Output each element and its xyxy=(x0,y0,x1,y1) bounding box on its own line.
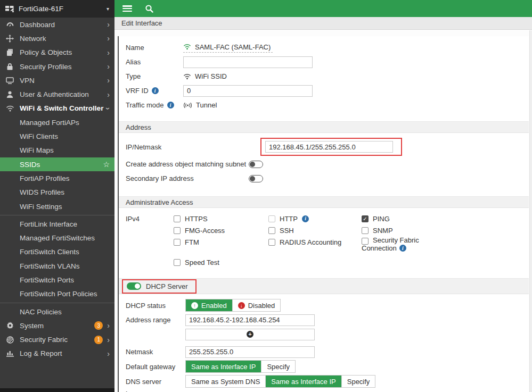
type-value-group: WiFi SSID xyxy=(183,72,227,80)
sidebar-item-dashboard[interactable]: Dashboard › xyxy=(0,18,114,31)
checkbox-box[interactable] xyxy=(268,239,275,246)
info-icon[interactable]: i xyxy=(152,87,159,94)
sidebar-item-nac-policies[interactable]: NAC Policies xyxy=(0,305,114,319)
dns-server-segmented: Same as System DNS Same as Interface IP … xyxy=(185,375,375,388)
checkbox-label: Speed Test xyxy=(185,258,219,266)
sidebar-item-fortiswitch-port-policies[interactable]: FortiSwitch Port Policies xyxy=(0,287,114,301)
alias-input[interactable] xyxy=(183,56,313,68)
gateway-same-as-interface-button[interactable]: Same as Interface IP xyxy=(186,361,261,372)
sidebar-item-security-profiles[interactable]: Security Profiles › xyxy=(0,60,114,73)
notification-badge: 1 xyxy=(94,336,103,344)
sidebar-item-label: FortiSwitch Port Policies xyxy=(20,290,97,298)
dhcp-enabled-button[interactable]: ↑ Enabled xyxy=(186,299,233,311)
checkbox-box[interactable] xyxy=(174,259,181,266)
field-row-default-gateway: Default gateway Same as Interface IP Spe… xyxy=(126,360,529,373)
sidebar-item-system[interactable]: System 3 › xyxy=(0,319,114,332)
checkbox-box[interactable] xyxy=(268,215,275,222)
create-address-object-toggle[interactable] xyxy=(249,161,263,168)
wifi-icon xyxy=(183,44,191,50)
chevron-right-icon: › xyxy=(107,322,110,329)
field-label: Address range xyxy=(126,316,185,324)
sidebar-item-fortilink-interface[interactable]: FortiLink Interface xyxy=(0,217,114,231)
info-icon[interactable]: i xyxy=(167,102,174,109)
sidebar-item-security-fabric[interactable]: Security Fabric 1 › xyxy=(0,333,114,347)
sidebar-item-vpn[interactable]: VPN › xyxy=(0,73,114,87)
button-label: Same as Interface IP xyxy=(271,378,335,386)
checkbox-radius-accounting[interactable]: RADIUS Accounting xyxy=(268,236,362,248)
dhcp-server-toggle[interactable] xyxy=(127,282,141,290)
sidebar-item-wids-profiles[interactable]: WIDS Profiles xyxy=(0,186,114,199)
name-inline-edit[interactable]: SAML-FAC (SAML-FAC) xyxy=(183,43,273,53)
checkbox-ftm[interactable]: FTM xyxy=(174,236,268,248)
sidebar-item-fortiswitch-ports[interactable]: FortiSwitch Ports xyxy=(0,273,114,287)
menu-icon[interactable] xyxy=(122,5,132,12)
access-column-3: PING SNMP Security Fabric Connectioni xyxy=(362,213,419,252)
chevron-right-icon: › xyxy=(107,336,110,344)
sidebar-item-network[interactable]: Network › xyxy=(0,31,114,45)
secondary-ip-toggle[interactable] xyxy=(249,175,263,182)
star-icon[interactable]: ☆ xyxy=(103,160,110,169)
checkbox-label: Security Fabric xyxy=(373,236,419,244)
checkbox-https[interactable]: HTTPS xyxy=(174,213,268,224)
sidebar-item-label: FortiSwitch Ports xyxy=(20,276,74,284)
sidebar-item-fortiswitch-vlans[interactable]: FortiSwitch VLANs xyxy=(0,259,114,273)
checkbox-label-multiline: Security Fabric Connectioni xyxy=(373,236,419,252)
checkbox-box-checked[interactable] xyxy=(362,215,369,222)
sidebar-item-policy-objects[interactable]: Policy & Objects › xyxy=(0,46,114,60)
checkbox-label: SSH xyxy=(280,227,294,235)
chevron-right-icon: › xyxy=(107,63,110,70)
vrf-id-input[interactable] xyxy=(183,85,313,97)
netmask-input[interactable] xyxy=(185,346,315,358)
info-icon[interactable]: i xyxy=(399,245,406,252)
sidebar-item-ssids[interactable]: SSIDs ☆ xyxy=(0,157,114,171)
sidebar-item-fortiswitch-clients[interactable]: FortiSwitch Clients xyxy=(0,245,114,259)
checkbox-box[interactable] xyxy=(174,215,181,222)
checkbox-fmg-access[interactable]: FMG-Access xyxy=(174,224,268,236)
sidebar-item-managed-fortiaps[interactable]: Managed FortiAPs xyxy=(0,115,114,129)
sidebar: FortiGate-61F ▾ Dashboard › Network › Po… xyxy=(0,0,114,392)
add-address-range-button[interactable]: + xyxy=(185,329,315,340)
checkbox-speed-test[interactable]: Speed Test xyxy=(174,256,268,268)
dhcp-disabled-button[interactable]: ↓ Disabled xyxy=(233,299,281,311)
checkbox-box[interactable] xyxy=(362,227,369,234)
vertical-scrollbar[interactable] xyxy=(529,30,532,392)
checkbox-ssh[interactable]: SSH xyxy=(268,224,362,236)
network-icon xyxy=(5,35,14,43)
sidebar-item-log-report[interactable]: Log & Report › xyxy=(0,347,114,361)
search-icon[interactable] xyxy=(145,4,154,13)
checkbox-http[interactable]: HTTPi xyxy=(268,213,362,224)
button-label: Specify xyxy=(267,363,290,371)
section-header-address: Address xyxy=(119,121,529,133)
sidebar-item-wifi-clients[interactable]: WiFi Clients xyxy=(0,129,114,143)
sidebar-item-user-authentication[interactable]: User & Authentication › xyxy=(0,87,114,101)
traffic-mode-value: Tunnel xyxy=(196,101,217,109)
checkbox-label: RADIUS Accounting xyxy=(280,238,341,246)
checkbox-label: HTTPS xyxy=(185,215,208,223)
sidebar-item-managed-fortiswitches[interactable]: Managed FortiSwitches xyxy=(0,231,114,245)
checkbox-box[interactable] xyxy=(174,239,181,246)
sidebar-item-wifi-maps[interactable]: WiFi Maps xyxy=(0,144,114,157)
field-row-address-range: Address range xyxy=(126,314,529,326)
checkbox-label: HTTP xyxy=(280,215,298,223)
sidebar-item-label: WiFi Settings xyxy=(20,203,62,211)
ip-netmask-input[interactable] xyxy=(265,141,393,153)
dns-same-as-system-button[interactable]: Same as System DNS xyxy=(186,376,266,387)
dns-specify-button[interactable]: Specify xyxy=(342,376,375,387)
sidebar-item-fortiap-profiles[interactable]: FortiAP Profiles xyxy=(0,171,114,185)
sidebar-item-wifi-settings[interactable]: WiFi Settings xyxy=(0,199,114,213)
dns-same-as-interface-button[interactable]: Same as Interface IP xyxy=(266,376,341,387)
device-selector[interactable]: FortiGate-61F ▾ xyxy=(0,0,114,18)
chevron-down-icon: › xyxy=(105,107,112,110)
gateway-specify-button[interactable]: Specify xyxy=(261,361,295,372)
checkbox-snmp[interactable]: SNMP xyxy=(362,224,419,236)
checkbox-box[interactable] xyxy=(174,227,181,234)
sidebar-item-label: SSIDs xyxy=(20,161,40,169)
checkbox-security-fabric-connection[interactable]: Security Fabric Connectioni xyxy=(362,236,419,252)
checkbox-box[interactable] xyxy=(268,227,275,234)
address-range-input[interactable] xyxy=(185,314,315,326)
checkbox-ping[interactable]: PING xyxy=(362,213,419,224)
sidebar-item-wifi-switch-controller[interactable]: WiFi & Switch Controller › xyxy=(0,102,114,115)
info-icon[interactable]: i xyxy=(302,215,309,222)
chevron-right-icon: › xyxy=(107,350,110,357)
access-column-2: HTTPi SSH RADIUS Accounting xyxy=(268,213,362,248)
